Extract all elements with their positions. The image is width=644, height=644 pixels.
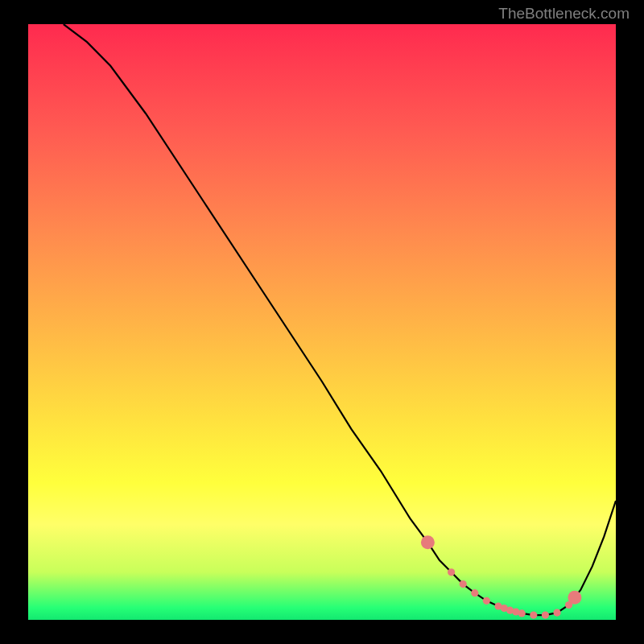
marker-dot bbox=[471, 589, 478, 597]
marker-group bbox=[421, 535, 582, 618]
bottleneck-curve bbox=[64, 24, 616, 615]
marker-dot bbox=[530, 612, 537, 619]
marker-dot bbox=[460, 580, 467, 588]
marker-dot-large bbox=[568, 591, 581, 605]
marker-dot bbox=[542, 612, 549, 619]
watermark-text: TheBottleneck.com bbox=[498, 5, 630, 23]
marker-dot bbox=[553, 609, 560, 617]
marker-dot bbox=[448, 568, 455, 576]
marker-dot bbox=[518, 609, 526, 617]
marker-dot bbox=[483, 597, 490, 605]
chart-overlay bbox=[28, 24, 616, 620]
marker-dot-large bbox=[421, 535, 435, 549]
chart-container: TheBottleneck.com bbox=[0, 0, 644, 644]
